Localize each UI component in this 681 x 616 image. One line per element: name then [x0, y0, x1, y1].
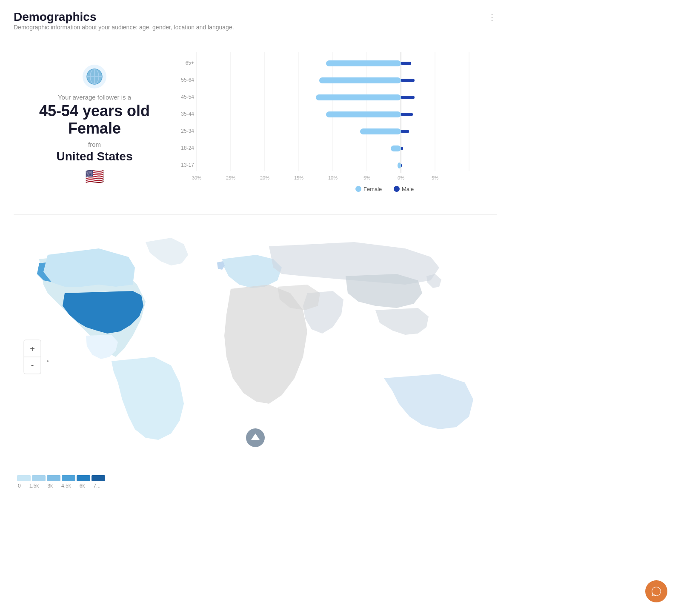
svg-text:Female: Female	[363, 186, 382, 192]
svg-text:65+: 65+	[186, 60, 194, 66]
map-section: + - 0 1.5k 3k 4.	[14, 225, 497, 489]
legend-color-4	[62, 475, 75, 481]
svg-text:10%: 10%	[328, 175, 338, 180]
svg-rect-26	[326, 111, 401, 117]
svg-text:20%: 20%	[260, 175, 269, 180]
legend-val-2: 3k	[47, 483, 53, 489]
svg-text:18-24: 18-24	[181, 145, 194, 151]
avg-follower-label: Your average follower is a	[58, 94, 131, 101]
legend-color-5	[77, 475, 90, 481]
more-options-icon[interactable]: ⋮	[488, 12, 497, 22]
legend-val-3: 4.5k	[61, 483, 71, 489]
svg-text:5%: 5%	[363, 175, 370, 180]
svg-rect-25	[316, 94, 401, 100]
top-section: Your average follower is a 45-54 years o…	[14, 48, 497, 194]
legend-val-0: 0	[18, 483, 21, 489]
svg-rect-31	[401, 79, 415, 82]
follower-age: 45-54 years old	[39, 103, 150, 120]
svg-text:30%: 30%	[192, 175, 201, 180]
svg-rect-33	[401, 113, 413, 116]
svg-rect-32	[401, 96, 415, 99]
follower-country: United States	[57, 150, 133, 163]
svg-rect-23	[326, 60, 401, 66]
globe-icon	[83, 65, 106, 88]
svg-rect-36	[401, 164, 402, 167]
follower-gender: Female	[68, 120, 121, 137]
from-label: from	[88, 141, 101, 148]
svg-rect-29	[398, 163, 401, 168]
svg-text:15%: 15%	[294, 175, 303, 180]
svg-rect-28	[391, 145, 401, 151]
svg-text:45-54: 45-54	[181, 94, 194, 100]
svg-text:25-34: 25-34	[181, 128, 194, 134]
svg-point-54	[47, 360, 49, 362]
svg-point-45	[355, 186, 361, 192]
page-title: Demographics	[14, 10, 234, 24]
map-legend: 0 1.5k 3k 4.5k 6k 7...	[14, 475, 497, 489]
country-flag: 🇺🇸	[85, 168, 104, 185]
svg-text:55-64: 55-64	[181, 77, 194, 83]
chat-button[interactable]	[645, 580, 667, 602]
svg-point-47	[394, 186, 400, 192]
svg-rect-34	[401, 130, 409, 133]
svg-rect-27	[360, 128, 401, 134]
svg-text:13-17: 13-17	[181, 162, 194, 168]
legend-color-2	[32, 475, 46, 481]
svg-text:5%: 5%	[432, 175, 438, 180]
legend-val-1: 1.5k	[29, 483, 39, 489]
svg-text:35-44: 35-44	[181, 111, 194, 117]
page-header: Demographics Demographic information abo…	[14, 10, 497, 44]
legend-gradient	[17, 475, 497, 481]
svg-text:+: +	[30, 344, 35, 354]
svg-rect-24	[319, 77, 401, 83]
svg-text:25%: 25%	[226, 175, 235, 180]
legend-color-1	[17, 475, 31, 481]
legend-val-4: 6k	[80, 483, 85, 489]
profile-summary: Your average follower is a 45-54 years o…	[14, 48, 175, 185]
svg-rect-35	[401, 147, 403, 150]
page-subtitle: Demographic information about your audie…	[14, 24, 234, 31]
svg-text:0%: 0%	[398, 175, 404, 180]
legend-val-5: 7...	[93, 483, 100, 489]
age-gender-chart: 65+ 55-64 45-54 35-44 25-34 18-24 13-17	[175, 48, 473, 194]
svg-text:-: -	[31, 360, 34, 370]
svg-rect-30	[401, 62, 411, 65]
world-map[interactable]: + -	[14, 225, 497, 472]
legend-scale: 0 1.5k 3k 4.5k 6k 7...	[17, 483, 497, 489]
legend-color-3	[47, 475, 60, 481]
section-divider	[14, 214, 497, 215]
svg-text:Male: Male	[402, 186, 414, 192]
legend-color-6	[92, 475, 105, 481]
